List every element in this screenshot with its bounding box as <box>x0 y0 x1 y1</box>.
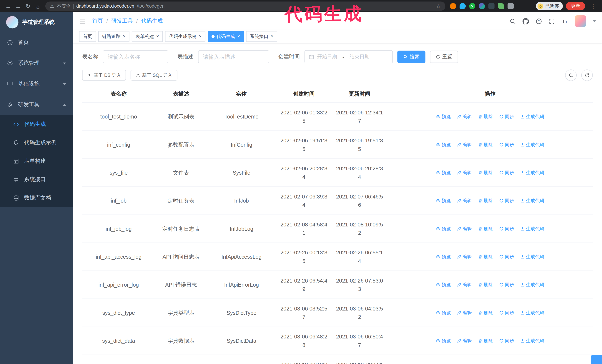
sync-link[interactable]: 同步 <box>499 140 514 149</box>
update-button[interactable]: 更新 <box>566 2 585 10</box>
delete-link[interactable]: 删除 <box>478 168 493 177</box>
close-icon[interactable]: × <box>199 34 202 39</box>
font-size-icon[interactable]: TT <box>562 18 568 24</box>
generate-code-link[interactable]: 生成代码 <box>520 168 544 177</box>
extension-icon[interactable] <box>479 3 485 9</box>
floating-widget[interactable] <box>591 355 602 364</box>
edit-link[interactable]: 编辑 <box>457 280 472 289</box>
generate-code-link[interactable]: 生成代码 <box>520 336 544 345</box>
sidebar-logo[interactable]: 芋道管理系统 <box>0 12 73 32</box>
address-bar[interactable]: ⚠ 不安全 dashboard.yudao.iocoder.cn/tool/co… <box>45 1 445 11</box>
sidebar-item-devtools[interactable]: 研发工具 <box>0 94 73 115</box>
preview-link[interactable]: 预览 <box>436 308 451 317</box>
preview-link[interactable]: 预览 <box>436 196 451 205</box>
close-icon[interactable]: × <box>271 34 273 39</box>
breadcrumb-home[interactable]: 首页 <box>92 18 103 24</box>
generate-code-link[interactable]: 生成代码 <box>520 112 544 121</box>
edit-link[interactable]: 编辑 <box>457 112 472 121</box>
edit-link[interactable]: 编辑 <box>457 336 472 345</box>
edit-link[interactable]: 编辑 <box>457 224 472 233</box>
extension-icon[interactable]: V <box>469 3 475 9</box>
preview-link[interactable]: 预览 <box>436 168 451 177</box>
delete-link[interactable]: 删除 <box>478 280 493 289</box>
preview-link[interactable]: 预览 <box>436 112 451 121</box>
delete-link[interactable]: 删除 <box>478 140 493 149</box>
preview-link[interactable]: 预览 <box>436 252 451 261</box>
sync-link[interactable]: 同步 <box>499 336 514 345</box>
close-icon[interactable]: × <box>156 34 159 39</box>
edit-link[interactable]: 编辑 <box>457 196 472 205</box>
home-icon[interactable]: ⌂ <box>33 1 43 11</box>
github-icon[interactable] <box>523 18 529 24</box>
sidebar-subitem-form-builder[interactable]: 表单构建 <box>0 152 73 170</box>
sidebar-item-system[interactable]: 系统管理 <box>0 53 73 74</box>
help-icon[interactable]: ? <box>536 18 542 24</box>
generate-code-link[interactable]: 生成代码 <box>520 196 544 205</box>
sidebar-subitem-codegen[interactable]: 代码生成 <box>0 115 73 134</box>
delete-link[interactable]: 删除 <box>478 336 493 345</box>
refresh-table-button[interactable] <box>581 69 593 81</box>
delete-link[interactable]: 删除 <box>478 252 493 261</box>
generate-code-link[interactable]: 生成代码 <box>520 308 544 317</box>
chrome-menu-icon[interactable]: ⋮ <box>588 1 598 11</box>
sidebar-subitem-system-api[interactable]: 系统接口 <box>0 170 73 189</box>
reset-button[interactable]: 重置 <box>430 51 458 63</box>
import-sql-button[interactable]: 基于 SQL 导入 <box>130 70 177 81</box>
date-range-picker[interactable]: 开始日期 - 结束日期 <box>304 50 393 63</box>
extension-icon[interactable] <box>460 3 466 9</box>
sync-link[interactable]: 同步 <box>499 252 514 261</box>
edit-link[interactable]: 编辑 <box>457 140 472 149</box>
back-icon[interactable]: ← <box>3 1 13 11</box>
preview-link[interactable]: 预览 <box>436 280 451 289</box>
close-icon[interactable]: × <box>237 34 240 39</box>
forward-icon[interactable]: → <box>13 1 23 11</box>
extension-icon[interactable] <box>450 3 456 9</box>
fullscreen-icon[interactable] <box>549 18 555 24</box>
sync-link[interactable]: 同步 <box>499 112 514 121</box>
avatar-caret-icon[interactable] <box>593 20 596 22</box>
sync-link[interactable]: 同步 <box>499 280 514 289</box>
edit-link[interactable]: 编辑 <box>457 168 472 177</box>
sync-link[interactable]: 同步 <box>499 168 514 177</box>
edit-link[interactable]: 编辑 <box>457 308 472 317</box>
generate-code-link[interactable]: 生成代码 <box>520 140 544 149</box>
delete-link[interactable]: 删除 <box>478 224 493 233</box>
tag-trace[interactable]: 链路追踪× <box>98 31 129 42</box>
table-name-input[interactable] <box>103 50 168 63</box>
tag-system-api[interactable]: 系统接口× <box>246 31 277 42</box>
search-button[interactable]: 搜索 <box>397 51 425 63</box>
hide-search-button[interactable] <box>565 69 577 81</box>
generate-code-link[interactable]: 生成代码 <box>520 224 544 233</box>
import-db-button[interactable]: 基于 DB 导入 <box>82 70 126 81</box>
user-avatar[interactable] <box>575 15 586 27</box>
sync-link[interactable]: 同步 <box>499 224 514 233</box>
tag-home[interactable]: 首页 <box>79 31 96 42</box>
search-icon[interactable] <box>509 18 516 24</box>
reload-icon[interactable]: ↻ <box>23 1 33 11</box>
table-desc-input[interactable] <box>198 50 269 63</box>
preview-link[interactable]: 预览 <box>436 336 451 345</box>
extension-icon[interactable] <box>498 3 504 9</box>
tag-form-builder[interactable]: 表单构建× <box>132 31 163 42</box>
sidebar-subitem-db-doc[interactable]: 数据库文档 <box>0 189 73 207</box>
sidebar-item-infrastructure[interactable]: 基础设施 <box>0 74 73 94</box>
sidebar-item-home[interactable]: 首页 <box>0 32 73 53</box>
delete-link[interactable]: 删除 <box>478 196 493 205</box>
delete-link[interactable]: 删除 <box>478 112 493 121</box>
sync-link[interactable]: 同步 <box>499 196 514 205</box>
tag-codegen[interactable]: 代码生成× <box>208 31 244 42</box>
sidebar-subitem-codegen-example[interactable]: 代码生成示例 <box>0 134 73 152</box>
preview-link[interactable]: 预览 <box>436 140 451 149</box>
extension-icon[interactable] <box>488 3 494 9</box>
tag-codegen-example[interactable]: 代码生成示例× <box>165 31 205 42</box>
sidebar-collapse-icon[interactable] <box>79 18 86 24</box>
sync-link[interactable]: 同步 <box>499 308 514 317</box>
paused-badge[interactable]: ☺ 已暂停 <box>536 2 563 10</box>
preview-link[interactable]: 预览 <box>436 224 451 233</box>
puzzle-extension-icon[interactable] <box>507 3 514 9</box>
edit-link[interactable]: 编辑 <box>457 252 472 261</box>
close-icon[interactable]: × <box>123 34 126 39</box>
delete-link[interactable]: 删除 <box>478 308 493 317</box>
generate-code-link[interactable]: 生成代码 <box>520 252 544 261</box>
generate-code-link[interactable]: 生成代码 <box>520 280 544 289</box>
